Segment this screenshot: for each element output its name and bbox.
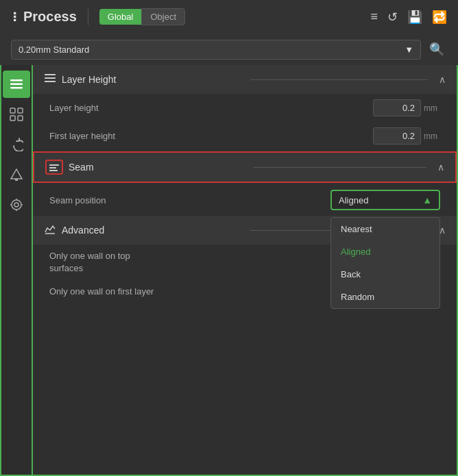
first-layer-height-value: mm: [373, 127, 440, 145]
svg-point-10: [12, 200, 21, 210]
panel: Layer Height ∧ Layer height mm First lay…: [33, 65, 458, 476]
layer-height-section: Layer Height ∧ Layer height mm First lay…: [33, 65, 457, 150]
svg-rect-6: [18, 116, 23, 121]
toolbar-row: 0.20mm Standard ▼ 🔍: [0, 34, 458, 65]
header: ⫶ Process Global Object ≡ ↺ 💾 🔁: [0, 0, 458, 34]
option-aligned[interactable]: Aligned: [331, 240, 439, 263]
layer-height-divider: [250, 79, 428, 80]
svg-rect-20: [49, 170, 58, 171]
save-icon[interactable]: 💾: [407, 10, 422, 25]
layer-height-icon: [44, 72, 56, 87]
seam-section: Seam ∧ Seam position Aligned ▲ Nearest A…: [33, 151, 457, 304]
tab-object[interactable]: Object: [141, 8, 185, 25]
sidebar-item-layers[interactable]: [3, 71, 30, 98]
svg-rect-3: [10, 108, 15, 113]
sidebar-item-infill[interactable]: [3, 191, 30, 218]
layer-height-title: Layer Height: [62, 74, 239, 85]
option-nearest[interactable]: Nearest: [331, 218, 439, 240]
svg-marker-7: [11, 169, 22, 179]
seam-title: Seam: [69, 162, 242, 173]
svg-rect-15: [45, 74, 56, 75]
preset-value: 0.20mm Standard: [19, 45, 89, 55]
process-icon: ⫶: [11, 9, 18, 25]
sidebar-item-rotate[interactable]: [3, 131, 30, 158]
advanced-icon: [44, 223, 56, 238]
preset-arrow: ▼: [405, 45, 413, 55]
svg-rect-0: [10, 79, 23, 82]
undo-icon[interactable]: ↺: [387, 10, 398, 25]
header-divider: [88, 9, 88, 25]
svg-rect-4: [18, 108, 23, 113]
svg-rect-18: [49, 164, 59, 166]
seam-section-header[interactable]: Seam ∧: [33, 151, 457, 183]
sidebar-item-support[interactable]: [3, 161, 30, 188]
header-actions: ≡ ↺ 💾 🔁: [370, 10, 447, 25]
layer-height-header[interactable]: Layer Height ∧: [33, 65, 457, 94]
svg-point-9: [14, 203, 19, 207]
layer-height-chevron: ∧: [439, 74, 446, 85]
app-container: ⫶ Process Global Object ≡ ↺ 💾 🔁 0.20mm S…: [0, 0, 458, 476]
main-content: Layer Height ∧ Layer height mm First lay…: [0, 65, 458, 476]
sidebar: [0, 65, 33, 476]
header-title: ⫶ Process: [11, 9, 77, 25]
title-text: Process: [23, 9, 77, 25]
seam-position-label: Seam position: [49, 195, 330, 205]
svg-rect-2: [10, 87, 23, 89]
option-random[interactable]: Random: [331, 286, 439, 308]
first-layer-height-label: First layer height: [49, 131, 373, 141]
seam-dropdown-arrow: ▲: [422, 195, 432, 205]
svg-rect-1: [10, 84, 23, 86]
sidebar-item-grid[interactable]: [3, 101, 30, 128]
seam-position-dropdown[interactable]: Aligned ▲: [330, 190, 440, 210]
seam-position-value: Aligned: [339, 195, 368, 205]
tab-group: Global Object: [99, 8, 185, 25]
preset-select[interactable]: 0.20mm Standard ▼: [11, 40, 421, 60]
first-layer-height-input[interactable]: [373, 127, 421, 145]
layer-height-input[interactable]: [373, 99, 421, 116]
svg-rect-5: [10, 116, 15, 121]
search-button[interactable]: 🔍: [426, 39, 447, 60]
seam-chevron: ∧: [437, 162, 444, 173]
seam-position-row: Seam position Aligned ▲ Nearest Aligned …: [33, 184, 457, 216]
advanced-title: Advanced: [62, 225, 239, 236]
share-icon[interactable]: 🔁: [432, 10, 447, 25]
svg-rect-8: [15, 179, 18, 181]
seam-divider: [253, 167, 426, 168]
layer-height-unit: mm: [424, 103, 440, 113]
first-layer-height-row: First layer height mm: [33, 122, 457, 150]
tab-global[interactable]: Global: [99, 9, 142, 25]
seam-dropdown-menu: Nearest Aligned Back Random: [330, 217, 440, 309]
svg-rect-17: [45, 81, 56, 82]
svg-rect-19: [49, 167, 56, 168]
layer-height-value: mm: [373, 99, 440, 116]
layer-height-label: Layer height: [49, 103, 373, 113]
svg-rect-16: [45, 77, 56, 79]
list-icon[interactable]: ≡: [370, 10, 378, 24]
seam-icon-box: [45, 160, 63, 175]
option-back[interactable]: Back: [331, 263, 439, 286]
first-layer-height-unit: mm: [424, 131, 440, 141]
layer-height-row: Layer height mm: [33, 94, 457, 122]
